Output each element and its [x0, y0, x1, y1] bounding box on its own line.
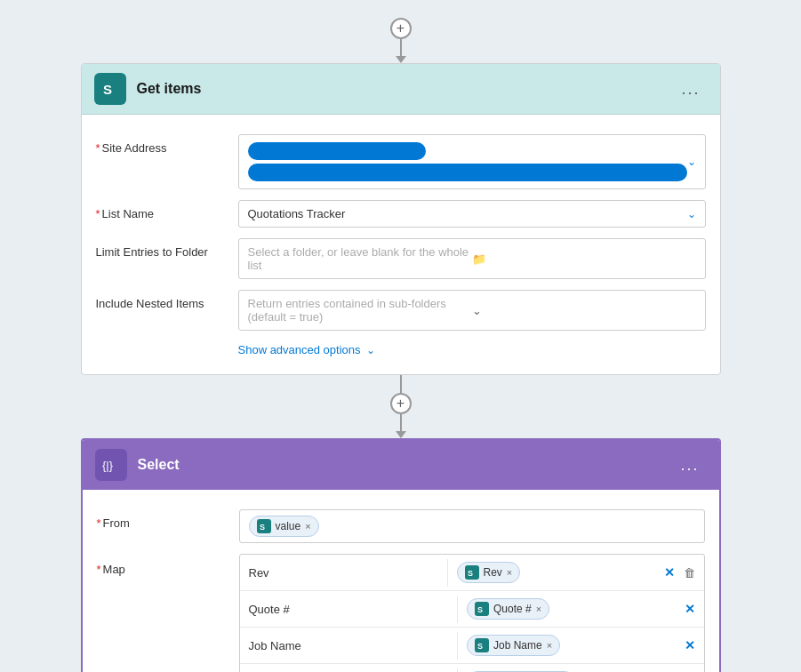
from-token-icon: S [257, 519, 271, 533]
list-name-dropdown[interactable]: Quotations Tracker ⌄ [238, 200, 706, 228]
list-name-label: *List Name [96, 200, 238, 220]
limit-entries-row: Limit Entries to Folder Select a folder,… [82, 233, 720, 284]
limit-entries-folder-icon: 📁 [472, 252, 696, 266]
sharepoint-icon-svg: S [100, 79, 120, 99]
list-name-chevron-icon: ⌄ [687, 208, 696, 220]
map-container: RevSRev×✕🗑Quote #SQuote #×✕Job NameSJob … [239, 554, 705, 672]
include-nested-label: Include Nested Items [96, 290, 238, 310]
map-data-row: Job NameSJob Name×✕ [240, 628, 704, 664]
map-key-cell[interactable]: Quote # [240, 596, 459, 623]
map-value-cell[interactable]: SRev× [448, 555, 655, 590]
map-row: *Map RevSRev×✕🗑Quote #SQuote #×✕Job Name… [83, 548, 719, 672]
map-data-row: RegionSRegion Value×✕ [240, 664, 704, 672]
show-advanced-chevron-icon: ⌄ [366, 344, 375, 356]
map-value-cell[interactable]: SQuote #× [458, 591, 676, 627]
map-label: *Map [97, 554, 239, 576]
select-body: *From S value × [83, 490, 719, 672]
include-nested-chevron-icon: ⌄ [472, 304, 696, 317]
map-row-remove-button[interactable]: ✕ [662, 564, 677, 580]
include-nested-control[interactable]: Return entries contained in sub-folders … [238, 290, 706, 331]
map-value-token-label: Rev [484, 566, 502, 579]
from-required-star: * [97, 516, 101, 530]
limit-entries-label: Limit Entries to Folder [96, 238, 238, 259]
middle-arrow [396, 431, 406, 438]
map-value-token: SJob Name× [467, 635, 560, 656]
site-address-pills [248, 142, 687, 181]
from-control[interactable]: S value × [239, 509, 705, 543]
site-address-row: *Site Address ⌄ [82, 129, 720, 195]
site-pill-2 [248, 164, 687, 181]
site-address-dropdown[interactable]: ⌄ [238, 134, 706, 189]
map-value-token-icon: S [475, 638, 489, 652]
map-row-actions: ✕🗑 [655, 564, 704, 581]
limit-entries-placeholder: Select a folder, or leave blank for the … [248, 245, 472, 272]
map-data-row: Quote #SQuote #×✕ [240, 591, 704, 628]
map-required-star: * [97, 563, 101, 576]
map-value-token: SQuote #× [467, 598, 549, 620]
map-value-token-remove-button[interactable]: × [547, 640, 552, 651]
get-items-title: Get items [137, 81, 675, 97]
from-label: *From [97, 509, 239, 530]
map-value-token-remove-button[interactable]: × [536, 604, 541, 614]
map-value-token-remove-button[interactable]: × [507, 567, 512, 578]
map-key-cell[interactable]: Rev [240, 559, 448, 587]
svg-text:S: S [260, 523, 265, 531]
include-nested-placeholder: Return entries contained in sub-folders … [248, 297, 472, 324]
show-advanced-label: Show advanced options [238, 343, 361, 356]
site-address-required-star: * [96, 141, 100, 155]
get-items-card: S Get items ... *Site Address ⌄ [81, 63, 721, 375]
map-key-cell[interactable]: Job Name [240, 632, 459, 660]
list-name-row: *List Name Quotations Tracker ⌄ [82, 195, 720, 233]
middle-connector-line-bottom [400, 414, 402, 432]
map-row-delete-button[interactable]: 🗑 [682, 564, 697, 581]
select-card: {|} Select ... *From S value [81, 438, 721, 672]
list-name-value: Quotations Tracker [248, 207, 687, 220]
map-value-token-icon: S [465, 565, 479, 580]
middle-connector: + [390, 375, 412, 438]
middle-add-button[interactable]: + [390, 393, 412, 414]
from-token: S value × [249, 516, 319, 537]
middle-connector-line-top [400, 375, 402, 393]
get-items-header: S Get items ... [82, 64, 720, 115]
list-name-control[interactable]: Quotations Tracker ⌄ [238, 200, 706, 228]
map-row-actions: ✕ [676, 601, 704, 617]
site-address-chevron-icon: ⌄ [687, 156, 696, 168]
map-value-token: SRev× [457, 562, 521, 583]
get-items-body: *Site Address ⌄ *List Name Quotations T [82, 115, 720, 374]
map-rows-list: RevSRev×✕🗑Quote #SQuote #×✕Job NameSJob … [240, 555, 704, 672]
map-row-remove-button[interactable]: ✕ [683, 637, 697, 653]
map-control: RevSRev×✕🗑Quote #SQuote #×✕Job NameSJob … [239, 554, 705, 672]
get-items-icon: S [94, 73, 126, 105]
top-connector-line [400, 39, 402, 57]
map-value-cell[interactable]: SRegion Value× [458, 664, 676, 672]
from-token-sharepoint-svg: S [260, 522, 268, 531]
select-title: Select [138, 457, 674, 473]
map-value-cell[interactable]: SJob Name× [458, 628, 676, 663]
limit-entries-field[interactable]: Select a folder, or leave blank for the … [238, 238, 706, 279]
top-add-button[interactable]: + [390, 18, 412, 39]
select-icon: {|} [95, 449, 127, 481]
map-key-cell[interactable]: Region [240, 668, 459, 673]
limit-entries-control[interactable]: Select a folder, or leave blank for the … [238, 238, 706, 279]
svg-text:S: S [477, 642, 483, 650]
show-advanced-options[interactable]: Show advanced options ⌄ [82, 336, 720, 360]
map-row-actions: ✕ [676, 637, 704, 653]
select-icon-svg: {|} [101, 455, 121, 475]
from-field[interactable]: S value × [239, 509, 705, 543]
svg-text:S: S [468, 569, 473, 577]
site-pill-1 [248, 142, 426, 160]
include-nested-dropdown[interactable]: Return entries contained in sub-folders … [238, 290, 706, 331]
map-row-remove-button[interactable]: ✕ [683, 601, 697, 617]
include-nested-row: Include Nested Items Return entries cont… [82, 284, 720, 336]
get-items-more-button[interactable]: ... [674, 76, 707, 102]
map-data-row: RevSRev×✕🗑 [240, 555, 704, 591]
svg-text:{|}: {|} [102, 459, 114, 472]
site-address-control[interactable]: ⌄ [238, 134, 706, 189]
select-more-button[interactable]: ... [673, 452, 706, 478]
from-row: *From S value × [83, 504, 719, 548]
map-value-token-icon: S [475, 602, 489, 616]
svg-text:S: S [477, 605, 483, 613]
svg-text:S: S [103, 82, 112, 97]
top-connector: + [390, 18, 412, 63]
from-token-remove-button[interactable]: × [305, 521, 310, 532]
